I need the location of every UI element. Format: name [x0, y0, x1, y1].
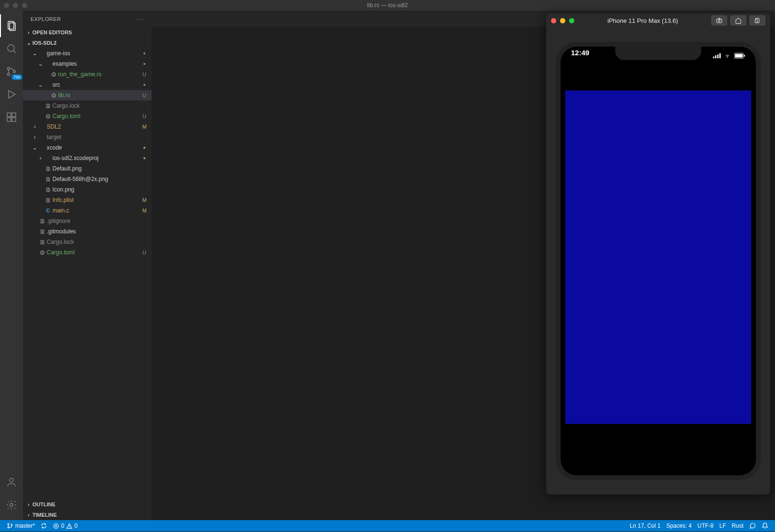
svg-rect-22 — [717, 19, 722, 23]
tree-file[interactable]: 🗎Default.png — [23, 163, 152, 174]
svg-point-30 — [727, 57, 728, 58]
svg-rect-9 — [12, 113, 16, 117]
problems-status[interactable]: 0 0 — [50, 522, 80, 529]
outline-section[interactable]: ›OUTLINE — [23, 499, 152, 510]
activity-bar: 760 — [0, 10, 23, 520]
open-editors-section[interactable]: ›OPEN EDITORS — [23, 27, 152, 38]
device-notch — [615, 47, 701, 60]
svg-rect-26 — [713, 57, 714, 59]
simulator-titlebar: iPhone 11 Pro Max (13.6) — [546, 13, 770, 28]
tree-folder[interactable]: ›target — [23, 132, 152, 142]
svg-point-4 — [8, 68, 10, 70]
explorer-icon[interactable] — [0, 14, 23, 37]
traffic-lights — [4, 3, 27, 8]
macos-titlebar: lib.rs — ios-sdl2 — [0, 0, 775, 10]
tree-file[interactable]: ⚙Cargo.tomlU — [23, 111, 152, 121]
svg-marker-7 — [9, 90, 15, 98]
sync-status[interactable] — [38, 522, 50, 529]
tree-folder[interactable]: ⌄src● — [23, 80, 152, 90]
file-icon: C — [44, 208, 52, 213]
ios-indicators — [713, 49, 745, 63]
tree-folder[interactable]: ›ios-sdl2.xcodeproj● — [23, 153, 152, 163]
home-button[interactable] — [730, 15, 746, 26]
iphone-device-frame: 12:49 — [556, 42, 761, 480]
svg-rect-25 — [755, 20, 757, 23]
file-tree: ⌄game-ios●⌄examples●⚙run_the_game.rsU⌄sr… — [23, 48, 152, 499]
extensions-icon[interactable] — [0, 106, 23, 129]
svg-rect-28 — [717, 54, 719, 58]
file-icon: ⚙ — [50, 92, 58, 99]
file-icon: ⚙ — [38, 249, 47, 256]
window-title: lib.rs — ios-sdl2 — [367, 2, 408, 9]
settings-gear-icon[interactable] — [0, 493, 23, 516]
tree-folder[interactable]: ›SDL2M — [23, 121, 152, 132]
close-window-button[interactable] — [4, 3, 9, 8]
svg-point-6 — [13, 70, 16, 73]
status-bar: master* 0 0 Ln 17, Col 1 Spaces: 4 UTF-8… — [0, 520, 775, 532]
tree-file[interactable]: 🗎.gitignore — [23, 216, 152, 226]
file-icon: ⚙ — [50, 71, 58, 78]
file-icon: 🗎 — [38, 239, 47, 246]
svg-rect-29 — [719, 53, 721, 59]
tree-file[interactable]: 🗎Default-568h@2x.png — [23, 174, 152, 184]
cursor-position[interactable]: Ln 17, Col 1 — [627, 522, 663, 529]
zoom-window-button[interactable] — [22, 3, 27, 8]
svg-point-15 — [8, 527, 9, 528]
sim-close-button[interactable] — [551, 18, 556, 23]
screenshot-button[interactable] — [711, 15, 727, 26]
indentation-status[interactable]: Spaces: 4 — [663, 522, 694, 529]
tree-folder[interactable]: ⌄xcode● — [23, 142, 152, 153]
search-icon[interactable] — [0, 37, 23, 60]
sidebar-more-icon[interactable]: ··· — [137, 16, 144, 22]
timeline-section[interactable]: ›TIMELINE — [23, 510, 152, 520]
svg-point-16 — [11, 524, 12, 525]
tree-file[interactable]: 🗎Icon.png — [23, 184, 152, 195]
tree-file[interactable]: ⚙lib.rsU — [23, 90, 152, 100]
battery-icon — [734, 53, 745, 59]
svg-rect-32 — [735, 54, 743, 57]
svg-point-5 — [8, 73, 10, 76]
branch-status[interactable]: master* — [4, 522, 38, 529]
eol-status[interactable]: LF — [716, 522, 729, 529]
tree-file[interactable]: 🗎Info.plistM — [23, 195, 152, 205]
tree-folder[interactable]: ⌄game-ios● — [23, 48, 152, 59]
tree-file[interactable]: ⚙Cargo.tomlU — [23, 247, 152, 258]
file-icon: 🗎 — [38, 218, 47, 225]
app-render-surface[interactable] — [565, 90, 751, 424]
svg-point-14 — [8, 523, 9, 525]
tree-folder[interactable]: ⌄examples● — [23, 59, 152, 69]
rotate-button[interactable] — [749, 15, 765, 26]
tree-file[interactable]: Cmain.cM — [23, 205, 152, 216]
sim-zoom-button[interactable] — [569, 18, 574, 23]
language-mode[interactable]: Rust — [729, 522, 746, 529]
account-icon[interactable] — [0, 471, 23, 493]
svg-point-2 — [8, 45, 14, 51]
tree-file[interactable]: ⚙run_the_game.rsU — [23, 69, 152, 80]
sidebar-title: EXPLORER ··· — [23, 10, 152, 27]
file-icon: 🗎 — [44, 102, 52, 110]
file-icon: ⚙ — [44, 113, 52, 120]
tree-file[interactable]: 🗎Cargo.lock — [23, 237, 152, 247]
source-control-icon[interactable]: 760 — [0, 60, 23, 83]
encoding-status[interactable]: UTF-8 — [694, 522, 716, 529]
simulator-title: iPhone 11 Pro Max (13.6) — [578, 17, 707, 24]
scm-badge: 760 — [11, 74, 22, 80]
explorer-sidebar: EXPLORER ··· ›OPEN EDITORS ⌄IOS-SDL2 ⌄ga… — [23, 10, 152, 520]
svg-point-12 — [10, 478, 13, 482]
svg-rect-11 — [12, 118, 16, 121]
tree-file[interactable]: 🗎Cargo.lock — [23, 100, 152, 111]
notifications-icon[interactable] — [759, 522, 771, 529]
svg-point-23 — [718, 20, 720, 22]
run-debug-icon[interactable] — [0, 83, 23, 106]
svg-rect-27 — [715, 55, 716, 58]
feedback-icon[interactable] — [746, 522, 759, 529]
sim-minimize-button[interactable] — [560, 18, 565, 23]
tree-file[interactable]: 🗎.gitmodules — [23, 226, 152, 237]
svg-rect-8 — [7, 113, 11, 117]
svg-point-13 — [10, 503, 13, 506]
file-icon: 🗎 — [44, 186, 52, 193]
file-icon: 🗎 — [38, 228, 47, 235]
minimize-window-button[interactable] — [13, 3, 18, 8]
svg-point-21 — [69, 527, 70, 528]
workspace-root-section[interactable]: ⌄IOS-SDL2 — [23, 38, 152, 48]
